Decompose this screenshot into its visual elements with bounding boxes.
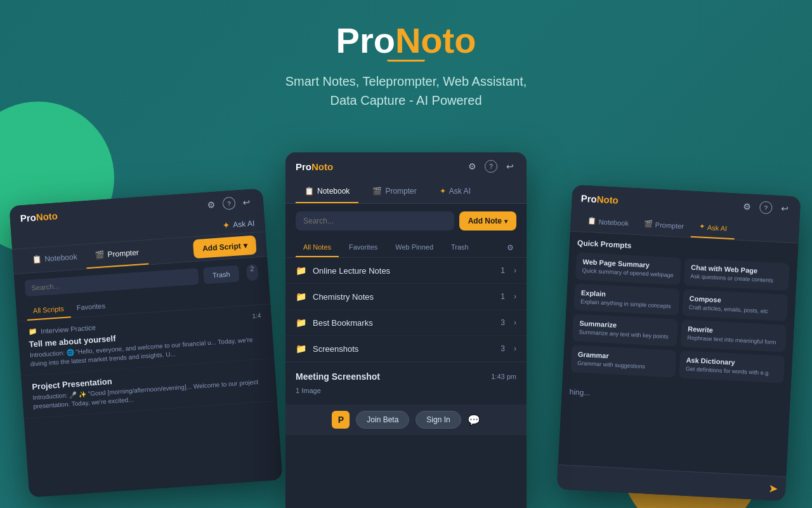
logo-noto: Noto — [395, 20, 476, 60]
left-win-logo: ProNoto — [20, 210, 58, 224]
left-tab-prompter[interactable]: 🎬 Prompter — [85, 241, 148, 269]
left-ask-ai-btn[interactable]: ✦ Ask AI — [222, 218, 255, 231]
left-trash-button[interactable]: Trash — [203, 265, 239, 284]
center-tabs: 📋 Notebook 🎬 Prompter ✦ Ask AI — [285, 180, 527, 204]
quick-prompts-section: Quick Prompts Web Page Summary Quick sum… — [563, 232, 799, 390]
center-folder-item-4[interactable]: 📁 Screenshots 3 › — [285, 336, 527, 362]
right-settings-icon[interactable]: ⚙ — [740, 200, 754, 213]
center-help-icon[interactable]: ? — [485, 160, 497, 173]
window-left: ProNoto ⚙ ? ↩ ✦ Ask AI 📋 Notebook 🎬 Prom — [9, 189, 282, 498]
left-logout-icon[interactable]: ↩ — [240, 196, 253, 209]
right-tab-ask-ai[interactable]: ✦ Ask AI — [691, 217, 735, 240]
left-tab-notebook[interactable]: 📋 Notebook — [22, 244, 87, 273]
left-help-icon[interactable]: ? — [222, 197, 235, 210]
center-tab-ask-ai[interactable]: ✦ Ask AI — [431, 180, 480, 203]
qp-card-rewrite[interactable]: Rewrite Rephrase text into meaningful fo… — [681, 320, 787, 352]
center-search-input[interactable] — [296, 211, 454, 231]
qp-card-summarize[interactable]: Summarize Summarize any text with key po… — [572, 314, 678, 347]
qp-card-grammar[interactable]: Grammar Grammar with suggestions — [570, 345, 676, 377]
right-win-logo: ProNoto — [580, 192, 619, 205]
right-tab-prompter[interactable]: 🎬 Prompter — [636, 213, 692, 237]
qp-card-chat-web-page[interactable]: Chat with Web Page Ask questions or crea… — [684, 258, 790, 290]
center-filter-tabs: All Notes Favorites Web Pinned Trash ⚙ — [285, 238, 527, 258]
center-bottom-bar: P Join Beta Sign In 💬 — [285, 404, 527, 435]
center-chat-icon[interactable]: 💬 — [468, 414, 480, 426]
logo-pro: Pro — [336, 20, 395, 60]
qp-card-compose[interactable]: Compose Craft articles, emails, posts, e… — [682, 289, 788, 321]
qp-card-ask-dictionary[interactable]: Ask Dictionary Get definitions for words… — [679, 351, 785, 383]
screenshots-container: ProNoto ⚙ ? ↩ ✦ Ask AI 📋 Notebook 🎬 Prom — [0, 152, 812, 508]
left-count-badge: 2 — [246, 264, 259, 281]
qp-card-explain[interactable]: Explain Explain anything in simple conce… — [573, 283, 679, 316]
center-logout-icon[interactable]: ↩ — [504, 160, 516, 173]
right-send-button[interactable]: ➤ — [768, 481, 778, 496]
left-settings-icon[interactable]: ⚙ — [204, 198, 218, 211]
center-folder-item-1[interactable]: 📁 Online Lecture Notes 1 › — [285, 258, 527, 284]
center-tab-prompter[interactable]: 🎬 Prompter — [363, 180, 425, 203]
window-right: ProNoto ⚙ ? ↩ 📋 Notebook 🎬 Prompter ✦ As… — [557, 185, 801, 501]
right-chat-input[interactable] — [565, 473, 763, 492]
right-logout-icon[interactable]: ↩ — [778, 202, 792, 215]
quick-prompts-grid: Web Page Summary Quick summary of opened… — [570, 252, 789, 383]
center-bottom-logo: P — [332, 411, 350, 429]
header: ProNoto Smart Notes, Teleprompter, Web A… — [0, 0, 812, 110]
qp-card-web-page-summary[interactable]: Web Page Summary Quick summary of opened… — [575, 252, 681, 284]
center-sign-in-button[interactable]: Sign In — [416, 411, 461, 429]
center-filter-favorites[interactable]: Favorites — [341, 238, 385, 257]
center-filter-trash[interactable]: Trash — [443, 238, 476, 257]
add-script-button[interactable]: Add Script ▾ — [193, 236, 257, 259]
center-search-row: Add Note ▾ — [285, 204, 527, 238]
left-filter-favorites[interactable]: Favorites — [70, 297, 112, 318]
left-filter-all-scripts[interactable]: All Scripts — [26, 300, 71, 321]
window-center: ProNoto ⚙ ? ↩ 📋 Notebook 🎬 Prompter ✦ As… — [285, 152, 527, 508]
center-folder-item-2[interactable]: 📁 Chemistry Notes 1 › — [285, 284, 527, 310]
center-filter-icon[interactable]: ⚙ — [504, 238, 516, 257]
right-help-icon[interactable]: ? — [759, 201, 773, 214]
tagline: Smart Notes, Teleprompter, Web Assistant… — [0, 72, 812, 110]
center-win-logo: ProNoto — [296, 161, 333, 172]
center-join-beta-button[interactable]: Join Beta — [356, 411, 409, 429]
center-add-note-button[interactable]: Add Note ▾ — [459, 211, 516, 231]
center-filter-web-pinned[interactable]: Web Pinned — [388, 238, 441, 257]
right-input-area: ➤ — [557, 464, 787, 501]
center-note-item[interactable]: Meeting Screenshot 1:43 pm 1 Image — [285, 362, 527, 404]
center-filter-all-notes[interactable]: All Notes — [296, 238, 339, 257]
center-folder-item-3[interactable]: 📁 Best Bookmarks 3 › — [285, 310, 527, 336]
center-tab-notebook[interactable]: 📋 Notebook — [296, 180, 358, 203]
center-win-header: ProNoto ⚙ ? ↩ — [285, 152, 527, 180]
right-tab-notebook[interactable]: 📋 Notebook — [579, 211, 637, 235]
center-settings-icon[interactable]: ⚙ — [466, 160, 478, 173]
logo: ProNoto — [0, 23, 812, 62]
